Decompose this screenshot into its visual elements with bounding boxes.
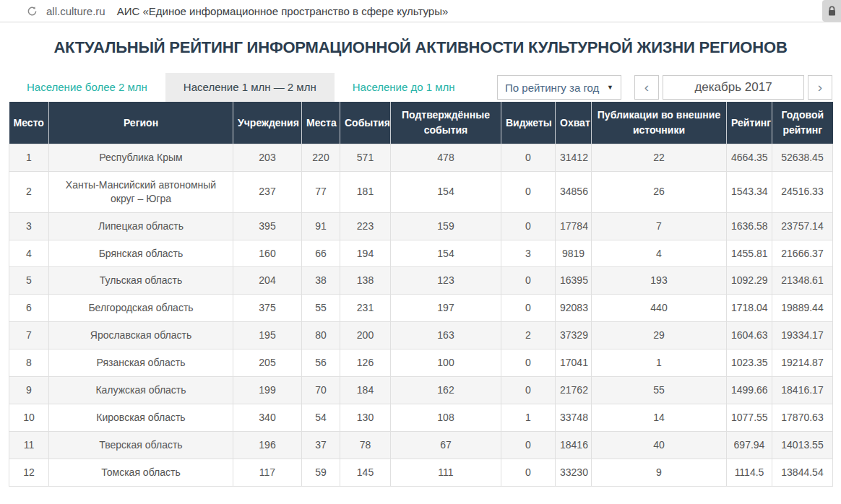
- table-cell: 17041: [556, 349, 592, 377]
- table-cell: 18416.17: [772, 377, 833, 404]
- table-cell: 126: [340, 349, 391, 377]
- table-cell: 205: [233, 349, 302, 377]
- table-cell: 111: [391, 459, 501, 486]
- table-cell: 1077.55: [727, 404, 772, 431]
- table-cell: 0: [501, 431, 556, 459]
- table-cell: 70: [302, 377, 340, 404]
- chevron-left-icon: ‹: [644, 79, 649, 95]
- table-cell: 21762: [556, 377, 592, 404]
- table-cell: Томская область: [49, 459, 233, 486]
- table-cell: 22: [592, 144, 727, 172]
- tab-population-2[interactable]: Население 1 млн — 2 млн: [165, 73, 335, 102]
- table-cell: 78: [340, 431, 391, 459]
- table-cell: 204: [233, 267, 302, 295]
- table-row: 12Томская область1175914511103323091114.…: [9, 459, 833, 486]
- column-header: Виджеты: [501, 102, 556, 144]
- table-cell: 1114.5: [727, 459, 772, 486]
- page-title: АКТУАЛЬНЫЙ РЕЙТИНГ ИНФОРМАЦИОННОЙ АКТИВН…: [9, 38, 832, 57]
- date-label[interactable]: декабрь 2017: [663, 75, 804, 100]
- table-cell: 0: [501, 295, 556, 322]
- table-cell: 340: [233, 404, 302, 431]
- table-cell: 92083: [556, 295, 592, 322]
- table-cell: 1718.04: [727, 295, 772, 322]
- table-row: 4Брянская область160661941543981941455.8…: [9, 240, 833, 267]
- url-text[interactable]: all.culture.ru: [46, 5, 105, 17]
- table-cell: 5: [9, 267, 49, 295]
- table-cell: 440: [592, 295, 727, 322]
- column-header: Регион: [49, 102, 233, 144]
- table-cell: 19889.44: [772, 295, 833, 322]
- table-cell: 31412: [556, 144, 592, 172]
- table-row: 6Белгородская область3755523119709208344…: [9, 295, 833, 322]
- controls-row: Население более 2 млнНаселение 1 млн — 2…: [9, 73, 832, 102]
- browser-page-title: АИС «Единое информационное пространство …: [117, 5, 449, 17]
- table-cell: 130: [340, 404, 391, 431]
- table-row: 7Ярославская область19580200163237329291…: [9, 322, 833, 349]
- table-cell: 38: [302, 267, 340, 295]
- table-cell: 375: [233, 295, 302, 322]
- table-cell: Кировская область: [49, 404, 233, 431]
- table-cell: 223: [340, 212, 391, 240]
- table-cell: 0: [501, 459, 556, 486]
- sort-select-value: По рейтингу за год: [505, 82, 599, 94]
- table-cell: 7: [592, 212, 727, 240]
- caret-down-icon: ▼: [607, 84, 613, 91]
- table-cell: Республика Крым: [49, 144, 233, 172]
- table-cell: 8: [9, 349, 49, 377]
- tab-population-3[interactable]: Население до 1 млн: [335, 73, 473, 102]
- table-cell: 59: [302, 459, 340, 486]
- next-month-button[interactable]: ›: [808, 75, 832, 100]
- column-header: Охват: [556, 102, 592, 144]
- table-cell: 1604.63: [727, 322, 772, 349]
- table-cell: 9819: [556, 240, 592, 267]
- table-cell: 100: [391, 349, 501, 377]
- table-row: 2Ханты-Мансийский автономный округ – Югр…: [9, 171, 833, 212]
- table-cell: 159: [391, 212, 501, 240]
- table-cell: 197: [391, 295, 501, 322]
- column-header: Места: [302, 102, 340, 144]
- table-cell: 14: [592, 404, 727, 431]
- table-cell: Тульская область: [49, 267, 233, 295]
- table-cell: 220: [302, 144, 340, 172]
- right-controls: По рейтингу за год ▼ ‹ декабрь 2017 ›: [497, 75, 832, 100]
- table-cell: 160: [233, 240, 302, 267]
- table-cell: 66: [302, 240, 340, 267]
- column-header: Подтверждённые события: [391, 102, 501, 144]
- sort-select[interactable]: По рейтингу за год ▼: [497, 75, 621, 100]
- table-cell: 54: [302, 404, 340, 431]
- table-cell: 203: [233, 144, 302, 172]
- table-cell: 11: [9, 431, 49, 459]
- table-cell: 145: [340, 459, 391, 486]
- table-cell: 1092.29: [727, 267, 772, 295]
- table-cell: 1: [501, 404, 556, 431]
- main-content: АКТУАЛЬНЫЙ РЕЙТИНГ ИНФОРМАЦИОННОЙ АКТИВН…: [0, 22, 841, 487]
- table-cell: 1543.34: [727, 171, 772, 212]
- table-cell: 13844.54: [772, 459, 833, 486]
- table-cell: 19214.87: [772, 349, 833, 377]
- table-cell: 40: [592, 431, 727, 459]
- table-cell: 237: [233, 171, 302, 212]
- prev-month-button[interactable]: ‹: [634, 75, 659, 100]
- chevron-right-icon: ›: [818, 79, 822, 95]
- column-header: События: [340, 102, 391, 144]
- table-row: 9Калужская область1997018416202176255149…: [9, 377, 833, 404]
- reload-icon[interactable]: [26, 5, 38, 17]
- table-cell: 80: [302, 322, 340, 349]
- table-cell: Калужская область: [49, 377, 233, 404]
- table-cell: 91: [302, 212, 340, 240]
- table-cell: 77: [302, 171, 340, 212]
- table-cell: 29: [592, 322, 727, 349]
- table-cell: 0: [501, 377, 556, 404]
- table-cell: 21666.37: [772, 240, 833, 267]
- table-cell: 37329: [556, 322, 592, 349]
- table-cell: 0: [501, 171, 556, 212]
- population-tabs: Население более 2 млнНаселение 1 млн — 2…: [9, 73, 473, 102]
- table-cell: 108: [391, 404, 501, 431]
- table-cell: 0: [501, 144, 556, 172]
- tab-population-1[interactable]: Население более 2 млн: [9, 73, 165, 102]
- table-cell: 56: [302, 349, 340, 377]
- column-header: Публикации во внешние источники: [592, 102, 727, 144]
- table-cell: 194: [340, 240, 391, 267]
- table-cell: 199: [233, 377, 302, 404]
- column-header: Рейтинг: [727, 102, 772, 144]
